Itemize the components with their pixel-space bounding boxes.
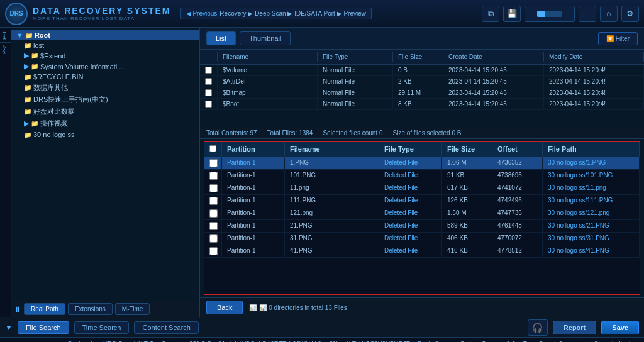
- file-row[interactable]: $Bitmap Normal File 29.11 M 2023-04-14 1…: [200, 87, 644, 99]
- btcol-filepath: File Path: [543, 142, 640, 157]
- app-header: DRS DATA RECOVERY SYSTEM MORE THAN RECOV…: [0, 0, 644, 28]
- btcol-filetype: File Type: [379, 142, 442, 157]
- btcol-partition: Partition: [222, 142, 285, 157]
- side-panels: P-1 P-2: [0, 28, 11, 317]
- file-table-body: $Volume Normal File 0 B 2023-04-14 15:20…: [200, 65, 644, 128]
- col-createdate: Create Date: [443, 52, 544, 62]
- file-checkbox[interactable]: [205, 101, 212, 108]
- row-checkbox[interactable]: [209, 184, 218, 192]
- total-files: Total Files: 1384: [267, 130, 313, 136]
- tab-list[interactable]: List: [206, 31, 236, 45]
- main-layout: P-1 P-2 ▼ 📁 Root 📁 lost ▶ 📁 $Extend: [0, 28, 644, 317]
- bottom-table-body: Partition-1 1.PNG Deleted File 1.06 M 47…: [204, 157, 640, 294]
- report-button[interactable]: Report: [553, 321, 596, 334]
- total-contents: Total Contents: 97: [206, 130, 257, 136]
- row-checkbox[interactable]: [209, 197, 218, 205]
- tree-item-lost[interactable]: 📁 lost: [11, 40, 199, 50]
- tab-thumbnail[interactable]: Thumbnail: [240, 31, 291, 45]
- footer-tabs: ▼ File Search Time Search Content Search…: [0, 317, 644, 337]
- row-checkbox[interactable]: [209, 222, 218, 230]
- table-row[interactable]: Partition-1 41.PNG Deleted File 416 KB 4…: [204, 245, 640, 258]
- dir-info: 📊 📊 0 directories in total 13 Files: [249, 304, 638, 311]
- tree-item-recycle[interactable]: 📁 $RECYCLE.BIN: [11, 72, 199, 82]
- tree-item-data[interactable]: 📁 数据库其他: [11, 82, 199, 94]
- settings-btn[interactable]: ⚙: [621, 6, 639, 22]
- tab-time-search[interactable]: Time Search: [74, 321, 130, 334]
- tab-m-time[interactable]: M-Time: [115, 303, 150, 315]
- tree-item-extend[interactable]: ▶ 📁 $Extend: [11, 50, 199, 61]
- row-checkbox[interactable]: [209, 234, 218, 243]
- prev-button[interactable]: ◀ Previous: [186, 10, 217, 17]
- tree-item-sysvolinfo[interactable]: ▶ 📁 System Volume Informati...: [11, 61, 199, 72]
- btcol-offset: Offset: [492, 142, 543, 157]
- file-checkbox[interactable]: [205, 78, 212, 85]
- bottom-action-bar: Back 📊 📊 0 directories in total 13 Files: [200, 297, 644, 317]
- file-row[interactable]: $Boot Normal File 8 KB 2023-04-14 15:20:…: [200, 99, 644, 110]
- status-bottom: Basic Info HDD Brand: WDC Capacity: 931.…: [0, 337, 644, 342]
- btcol-filesize: File Size: [442, 142, 492, 157]
- select-all-checkbox[interactable]: [209, 145, 216, 152]
- tab-content-search[interactable]: Content Search: [134, 321, 198, 334]
- status-bar: Total Contents: 97 Total Files: 1384 Sel…: [200, 128, 644, 139]
- chart-icon: 📊: [249, 304, 257, 311]
- back-button[interactable]: Back: [206, 301, 243, 314]
- col-filesize: File Size: [393, 52, 443, 62]
- tab-real-path[interactable]: Real Path: [24, 303, 65, 315]
- tree-item-video[interactable]: ▶ 📁 操作视频: [11, 118, 199, 130]
- left-panel: ▼ 📁 Root 📁 lost ▶ 📁 $Extend ▶ 📁 System V…: [11, 28, 200, 317]
- file-row[interactable]: $Volume Normal File 0 B 2023-04-14 15:20…: [200, 65, 644, 76]
- save-button[interactable]: Save: [601, 321, 639, 334]
- pause-button[interactable]: ⏸: [14, 305, 21, 314]
- table-row[interactable]: Partition-1 101.PNG Deleted File 91 KB 4…: [204, 170, 640, 182]
- file-header: List Thumbnail 🔽 Filter: [200, 28, 644, 50]
- progress-bar: [525, 6, 575, 22]
- tree-item-drs[interactable]: 📁 DRS快速上手指南(中文): [11, 94, 199, 106]
- file-checkbox[interactable]: [205, 67, 212, 74]
- tab-file-search[interactable]: File Search: [18, 321, 69, 334]
- row-checkbox[interactable]: [209, 247, 218, 255]
- bottom-table-container: Partition Filename File Type File Size O…: [204, 141, 640, 295]
- table-row[interactable]: Partition-1 21.PNG Deleted File 589 KB 4…: [204, 220, 640, 233]
- header-right: ⧉ 💾 — ⌂ ⚙: [482, 6, 639, 22]
- size-of-files: Size of files selected 0 B: [393, 130, 462, 136]
- minimize-btn[interactable]: —: [579, 6, 596, 22]
- side-panel-p1[interactable]: P-1: [0, 28, 11, 42]
- tree-item-compare[interactable]: 📁 好盘对比数据: [11, 106, 199, 118]
- table-row[interactable]: Partition-1 1.PNG Deleted File 1.06 M 47…: [204, 157, 640, 170]
- row-checkbox[interactable]: [209, 172, 218, 180]
- drive-icon-btn[interactable]: 💾: [503, 6, 521, 22]
- tree-item-root[interactable]: ▼ 📁 Root: [11, 30, 199, 40]
- table-row[interactable]: Partition-1 11.png Deleted File 617 KB 4…: [204, 182, 640, 195]
- table-row[interactable]: Partition-1 111.PNG Deleted File 126 KB …: [204, 195, 640, 207]
- col-filetype: File Type: [318, 52, 393, 62]
- tree-bottom-tabs: ⏸ Real Path Extensions M-Time: [11, 301, 199, 317]
- selected-files-count: Selected files count 0: [323, 130, 382, 136]
- footer-right: 🎧 Report Save: [528, 319, 639, 336]
- app-title-block: DATA RECOVERY SYSTEM MORE THAN RECOVER L…: [33, 6, 170, 21]
- table-row[interactable]: Partition-1 121.png Deleted File 1.50 M …: [204, 207, 640, 220]
- headphone-button[interactable]: 🎧: [528, 319, 548, 336]
- btcol-filename: Filename: [285, 142, 379, 157]
- col-checkbox: [200, 52, 218, 62]
- filter-button[interactable]: 🔽 Filter: [598, 32, 638, 45]
- tree-item-nologo[interactable]: 📁 30 no logo ss: [11, 130, 199, 140]
- side-panel-p2[interactable]: P-2: [0, 42, 11, 57]
- row-checkbox[interactable]: [209, 209, 218, 218]
- bottom-table-header: Partition Filename File Type File Size O…: [204, 142, 640, 157]
- app-title-sub: MORE THAN RECOVER LOST DATA: [33, 16, 170, 21]
- col-modifydate: Modify Date: [544, 52, 644, 62]
- breadcrumb: Recovery ▶ Deep Scan ▶ IDE/SATA Port ▶ P…: [219, 10, 366, 17]
- col-filename: Filename: [218, 52, 318, 62]
- row-checkbox[interactable]: [209, 159, 218, 167]
- btcol-cb: [204, 142, 222, 157]
- file-tree: ▼ 📁 Root 📁 lost ▶ 📁 $Extend ▶ 📁 System V…: [11, 28, 199, 301]
- file-table-header: Filename File Type File Size Create Date…: [200, 50, 644, 65]
- file-checkbox[interactable]: [205, 89, 212, 96]
- file-row[interactable]: $AttrDef Normal File 2 KB 2023-04-14 15:…: [200, 76, 644, 87]
- copy-icon-btn[interactable]: ⧉: [482, 6, 499, 22]
- home-btn[interactable]: ⌂: [600, 6, 618, 22]
- table-row[interactable]: Partition-1 31.PNG Deleted File 406 KB 4…: [204, 233, 640, 245]
- tab-extensions[interactable]: Extensions: [68, 303, 113, 315]
- right-panel: List Thumbnail 🔽 Filter Filename File Ty…: [200, 28, 644, 317]
- footer-arrow[interactable]: ▼: [5, 323, 13, 332]
